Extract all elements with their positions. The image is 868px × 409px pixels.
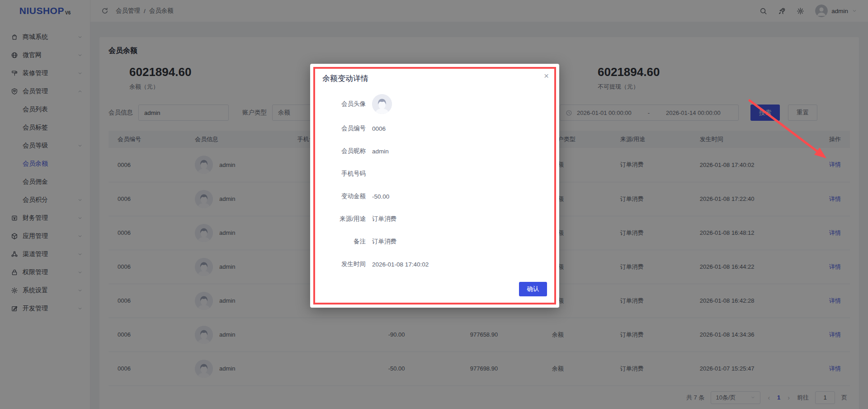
field-value: admin [372, 148, 389, 155]
modal-field-nickname: 会员昵称 admin [322, 140, 547, 162]
confirm-button[interactable]: 确认 [519, 282, 547, 296]
modal-field-phone: 手机号码 [322, 162, 547, 185]
field-label: 手机号码 [322, 170, 366, 178]
close-icon[interactable]: × [544, 71, 549, 80]
modal-field-member-no: 会员编号 0006 [322, 117, 547, 140]
avatar [372, 94, 392, 114]
modal-field-remark: 备注 订单消费 [322, 230, 547, 253]
modal-field-source: 来源/用途 订单消费 [322, 208, 547, 230]
field-label: 会员编号 [322, 124, 366, 133]
field-label: 备注 [322, 238, 366, 246]
field-value: 订单消费 [372, 215, 396, 223]
field-label: 会员头像 [322, 100, 366, 108]
annotation-red-frame: 余额变动详情 × 会员头像 会员编号 0006 会员昵称 admin [313, 67, 556, 304]
field-label: 会员昵称 [322, 147, 366, 155]
field-label: 变动金额 [322, 192, 366, 200]
field-value: -50.00 [372, 193, 389, 200]
modal-title: 余额变动详情 [322, 73, 547, 84]
field-label: 来源/用途 [322, 215, 366, 223]
field-value: 0006 [372, 125, 386, 132]
field-value: 2026-01-08 17:40:02 [372, 261, 429, 268]
modal-field-time: 发生时间 2026-01-08 17:40:02 [322, 253, 547, 276]
app-root: NIUSHOP V6 商城系统 微官网 装修管理 [0, 0, 868, 409]
field-label: 发生时间 [322, 260, 366, 268]
modal-field-avatar: 会员头像 [322, 91, 547, 117]
field-value: 订单消费 [372, 238, 396, 246]
balance-detail-modal: 余额变动详情 × 会员头像 会员编号 0006 会员昵称 admin [310, 64, 559, 308]
modal-field-amount: 变动金额 -50.00 [322, 185, 547, 208]
